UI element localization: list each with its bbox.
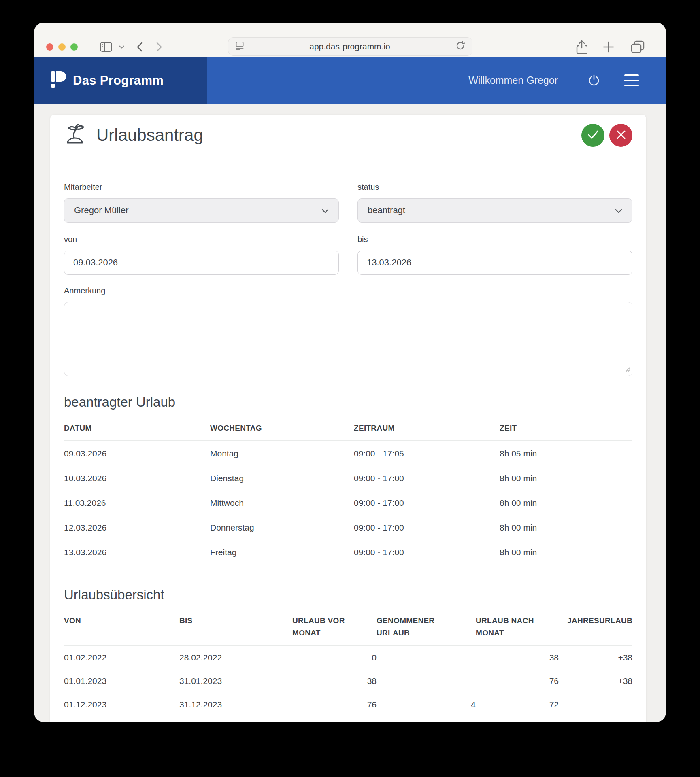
cell-jahresurlaub: +38: [559, 669, 632, 693]
cell-jahresurlaub: [559, 693, 632, 716]
cell-genommener-urlaub: [377, 669, 476, 693]
page-background: Urlaubsantrag Mitarbeit: [34, 104, 666, 722]
cell-wochentag: Donnerstag: [210, 515, 354, 540]
status-label: status: [357, 183, 632, 192]
cell-zeitraum: 09:00 - 17:05: [354, 441, 500, 466]
bis-label: bis: [357, 235, 632, 244]
cell-datum: 10.03.2026: [64, 466, 210, 490]
app-header: Das Programm Willkommen Gregor: [34, 57, 666, 104]
minimize-window-button[interactable]: [58, 43, 66, 51]
cell-von: 01.02.2022: [64, 646, 179, 669]
chevron-down-icon: [615, 205, 622, 216]
new-tab-icon[interactable]: [601, 40, 616, 54]
cancel-button[interactable]: [609, 124, 632, 147]
zoom-window-button[interactable]: [70, 43, 78, 51]
anmerkung-textarea[interactable]: [64, 302, 632, 376]
request-form: Mitarbeiter Gregor Müller status beantra…: [64, 183, 632, 275]
requested-vacation-heading: beantragter Urlaub: [64, 395, 632, 410]
power-icon[interactable]: [587, 74, 601, 87]
bis-input[interactable]: 13.03.2026: [357, 251, 632, 275]
address-bar[interactable]: app.das-programm.io: [228, 37, 472, 56]
cell-datum: 12.03.2026: [64, 515, 210, 540]
column-header-jahresurlaub: JAHRESURLAUB: [559, 615, 632, 645]
header-right: Willkommen Gregor: [207, 57, 666, 104]
close-icon: [616, 130, 626, 141]
von-label: von: [64, 235, 339, 244]
cell-genommener-urlaub: [377, 646, 476, 669]
cell-bis: 31.12.2023: [179, 693, 292, 716]
page-icon: [235, 41, 245, 52]
column-header-wochentag: WOCHENTAG: [210, 422, 354, 440]
cell-datum: 09.03.2026: [64, 441, 210, 466]
cell-zeit: 8h 00 min: [500, 515, 632, 540]
table-row: 11.03.2026 Mittwoch 09:00 - 17:00 8h 00 …: [64, 490, 632, 515]
cell-zeit: 8h 00 min: [500, 466, 632, 490]
title-row: Urlaubsantrag: [64, 123, 632, 147]
app-logo[interactable]: Das Programm: [34, 57, 207, 104]
status-select[interactable]: beantragt: [357, 198, 632, 223]
cell-zeitraum: 09:00 - 17:00: [354, 490, 500, 515]
mitarbeiter-select[interactable]: Gregor Müller: [64, 198, 339, 223]
cell-von: 01.01.2023: [64, 669, 179, 693]
tab-overview-icon[interactable]: [630, 40, 645, 54]
share-icon[interactable]: [574, 40, 589, 54]
von-value: 09.03.2026: [73, 257, 118, 268]
hamburger-icon[interactable]: [624, 74, 639, 86]
urlaubsantrag-card: Urlaubsantrag Mitarbeit: [50, 115, 646, 722]
brand-name: Das Programm: [73, 73, 164, 88]
cell-zeit: 8h 00 min: [500, 540, 632, 565]
vacation-overview-heading: Urlaubsübersicht: [64, 587, 632, 603]
cell-genommener-urlaub: -4: [377, 693, 476, 716]
close-window-button[interactable]: [46, 43, 53, 51]
chevron-down-icon: [321, 205, 329, 216]
mitarbeiter-label: Mitarbeiter: [64, 183, 339, 192]
column-header-datum: DATUM: [64, 422, 210, 440]
cell-urlaub-nach-monat: 38: [476, 646, 559, 669]
forward-icon[interactable]: [152, 40, 166, 54]
chevron-down-icon[interactable]: [114, 40, 129, 54]
vacation-overview-header-row: VON BIS URLAUB VOR MONAT GENOMMENER URLA…: [64, 615, 632, 646]
cell-urlaub-vor-monat: 38: [292, 669, 377, 693]
von-input[interactable]: 09.03.2026: [64, 251, 339, 275]
cell-zeit: 8h 05 min: [500, 441, 632, 466]
cell-zeitraum: 09:00 - 17:00: [354, 466, 500, 490]
url-text: app.das-programm.io: [245, 42, 455, 51]
cell-bis: 31.01.2023: [179, 669, 292, 693]
cell-wochentag: Freitag: [210, 540, 354, 565]
welcome-text: Willkommen Gregor: [468, 74, 558, 86]
cell-wochentag: Montag: [210, 441, 354, 466]
column-header-von: VON: [64, 615, 179, 645]
palm-island-icon: [64, 123, 86, 147]
sidebar-icon[interactable]: [99, 40, 113, 54]
column-header-urlaub-nach-monat: URLAUB NACH MONAT: [476, 615, 559, 645]
table-row: 01.02.2022 28.02.2022 0 38 +38: [64, 646, 632, 669]
cell-zeit: 8h 00 min: [500, 490, 632, 515]
cell-datum: 13.03.2026: [64, 540, 210, 565]
cell-urlaub-vor-monat: 0: [292, 646, 377, 669]
column-header-urlaub-vor-monat: URLAUB VOR MONAT: [292, 615, 377, 645]
page-title: Urlaubsantrag: [96, 125, 581, 145]
cell-urlaub-nach-monat: 72: [476, 693, 559, 716]
bis-value: 13.03.2026: [367, 257, 411, 268]
cell-jahresurlaub: +38: [559, 646, 632, 669]
cell-wochentag: Mittwoch: [210, 490, 354, 515]
cell-wochentag: Dienstag: [210, 466, 354, 490]
cell-bis: 28.02.2022: [179, 646, 292, 669]
table-row: 01.12.2023 31.12.2023 76 -4 72: [64, 693, 632, 716]
table-row: 10.03.2026 Dienstag 09:00 - 17:00 8h 00 …: [64, 466, 632, 490]
mitarbeiter-value: Gregor Müller: [74, 205, 321, 216]
brand-logo-icon: [51, 70, 67, 91]
check-icon: [587, 130, 599, 141]
column-header-zeitraum: ZEITRAUM: [354, 422, 500, 440]
back-icon[interactable]: [132, 40, 147, 54]
cell-von: 01.12.2023: [64, 693, 179, 716]
table-row: 12.03.2026 Donnerstag 09:00 - 17:00 8h 0…: [64, 515, 632, 540]
table-row: 13.03.2026 Freitag 09:00 - 17:00 8h 00 m…: [64, 540, 632, 565]
requested-vacation-table: 09.03.2026 Montag 09:00 - 17:05 8h 05 mi…: [64, 441, 632, 565]
confirm-button[interactable]: [581, 124, 604, 147]
cell-datum: 11.03.2026: [64, 490, 210, 515]
resize-handle-icon[interactable]: [624, 366, 630, 374]
anmerkung-label: Anmerkung: [64, 286, 632, 295]
status-value: beantragt: [368, 205, 615, 216]
reload-icon[interactable]: [455, 40, 466, 53]
